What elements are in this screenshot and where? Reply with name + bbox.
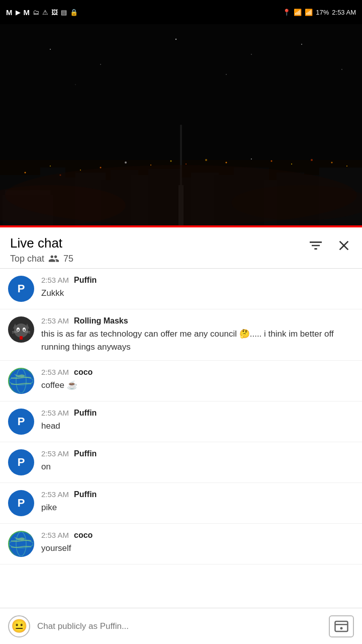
chat-input[interactable] <box>37 621 322 631</box>
avatar-puffin-2: P <box>8 409 34 435</box>
chat-content-6: 2:53 AM Puffin pike <box>41 490 352 514</box>
chat-content-3: 2:53 AM coco coffee ☕ <box>41 368 352 392</box>
live-chat-header: Live chat Top chat 75 <box>0 227 362 268</box>
svg-point-24 <box>125 162 127 164</box>
notification-icon-1: M <box>6 8 13 17</box>
svg-rect-69 <box>335 621 348 631</box>
avatar-puffin-4: P <box>8 490 34 516</box>
chat-subtitle: Top chat 75 <box>10 253 73 264</box>
svg-point-35 <box>346 166 347 167</box>
chat-message-text-2: this is as far as technology can offer m… <box>41 328 352 353</box>
svg-point-42 <box>75 84 75 85</box>
top-chat-label[interactable]: Top chat <box>10 254 44 264</box>
svg-point-41 <box>341 69 342 70</box>
close-icon[interactable] <box>336 237 352 254</box>
svg-point-37 <box>100 64 101 65</box>
chat-content-7: 2:53 AM coco yourself <box>41 531 352 555</box>
chat-message-text-4: head <box>41 420 352 433</box>
svg-point-19 <box>25 172 26 174</box>
svg-point-26 <box>170 160 172 162</box>
emoji-button[interactable]: 😐 <box>8 615 30 637</box>
svg-point-38 <box>175 39 176 40</box>
svg-point-34 <box>331 162 333 164</box>
super-chat-button[interactable] <box>329 615 354 637</box>
video-player[interactable] <box>0 24 362 225</box>
chat-message-text-1: Zukkk <box>41 287 352 300</box>
wifi-icon: 📶 <box>294 9 302 16</box>
status-left-icons: M ▶ M 🗂 ⚠ 🖼 ▤ 🔒 <box>6 8 78 17</box>
chat-meta-4: 2:53 AM Puffin <box>41 409 352 418</box>
chat-user-4: Puffin <box>74 409 97 418</box>
live-chat-title: Live chat <box>10 235 73 251</box>
viewer-count: 75 <box>63 254 73 264</box>
chat-user-5: Puffin <box>74 449 97 458</box>
avatar-puffin-3: P <box>8 449 34 475</box>
svg-rect-58 <box>20 336 23 340</box>
chat-message-7: 2:53 AM coco yourself <box>0 524 362 565</box>
chat-time-2: 2:53 AM <box>41 316 69 325</box>
chat-user-6: Puffin <box>74 490 97 499</box>
svg-point-66 <box>9 532 33 556</box>
chat-message-3: 2:53 AM coco coffee ☕ <box>0 361 362 401</box>
chat-user-2: Rolling Masks <box>74 316 128 326</box>
chat-time-3: 2:53 AM <box>41 368 69 376</box>
avatar-rolling-masks <box>8 316 34 343</box>
chat-message-4: P 2:53 AM Puffin head <box>0 401 362 442</box>
signal-icon: 📶 <box>305 9 313 16</box>
city-night-background <box>0 24 362 225</box>
currency-icon <box>334 619 349 634</box>
chat-content-4: 2:53 AM Puffin head <box>41 409 352 433</box>
svg-point-23 <box>100 167 102 169</box>
spacer <box>0 565 362 605</box>
chat-header-actions <box>308 237 352 254</box>
avatar-puffin-1: P <box>8 276 34 302</box>
filter-icon[interactable] <box>308 237 324 254</box>
status-right-info: 📍 📶 📶 17% 2:53 AM <box>283 9 356 16</box>
chat-content-5: 2:53 AM Puffin on <box>41 449 352 473</box>
chat-message-text-5: on <box>41 460 352 473</box>
status-bar: M ▶ M 🗂 ⚠ 🖼 ▤ 🔒 📍 📶 📶 17% 2:53 AM <box>0 0 362 24</box>
chat-time-4: 2:53 AM <box>41 409 69 417</box>
avatar-coco-1 <box>8 368 34 394</box>
chat-content-2: 2:53 AM Rolling Masks this is as far as … <box>41 316 352 353</box>
image-icon: 🖼 <box>51 9 58 16</box>
chat-time-6: 2:53 AM <box>41 490 69 499</box>
svg-point-36 <box>50 49 51 50</box>
chat-message-5: P 2:53 AM Puffin on <box>0 442 362 483</box>
location-icon: 📍 <box>283 9 291 16</box>
chat-message-text-7: yourself <box>41 542 352 555</box>
svg-point-27 <box>186 164 187 165</box>
chat-meta-2: 2:53 AM Rolling Masks <box>41 316 352 326</box>
globe-avatar-icon <box>9 369 33 393</box>
people-icon <box>48 253 59 264</box>
warning-icon: ⚠ <box>42 9 48 16</box>
svg-point-71 <box>340 627 343 629</box>
avatar-coco-2 <box>8 531 34 557</box>
svg-point-30 <box>251 158 252 159</box>
notification-icon-2: M <box>24 8 30 17</box>
chat-meta-1: 2:53 AM Puffin <box>41 276 352 285</box>
svg-point-28 <box>205 159 207 161</box>
mask-avatar-icon <box>11 319 31 340</box>
chat-message-list: P 2:53 AM Puffin Zukkk <box>0 269 362 565</box>
chat-meta-3: 2:53 AM coco <box>41 368 352 377</box>
svg-point-33 <box>311 159 313 161</box>
svg-point-39 <box>251 54 252 55</box>
chat-content-1: 2:53 AM Puffin Zukkk <box>41 276 352 300</box>
chat-meta-6: 2:53 AM Puffin <box>41 490 352 499</box>
folder-icon: 🗂 <box>33 9 39 16</box>
svg-point-25 <box>150 165 151 166</box>
svg-point-51 <box>14 324 28 338</box>
svg-point-31 <box>271 160 273 162</box>
lock-icon: 🔒 <box>70 9 78 16</box>
chat-time-7: 2:53 AM <box>41 531 69 539</box>
svg-point-29 <box>226 162 227 164</box>
live-chat-title-block: Live chat Top chat 75 <box>10 235 73 264</box>
youtube-icon: ▶ <box>16 9 21 16</box>
emoji-icon: 😐 <box>11 618 27 634</box>
svg-point-40 <box>301 44 302 45</box>
chat-user-3: coco <box>74 368 93 377</box>
svg-point-55 <box>24 330 25 331</box>
svg-point-43 <box>226 74 227 75</box>
grid-icon: ▤ <box>61 9 67 16</box>
